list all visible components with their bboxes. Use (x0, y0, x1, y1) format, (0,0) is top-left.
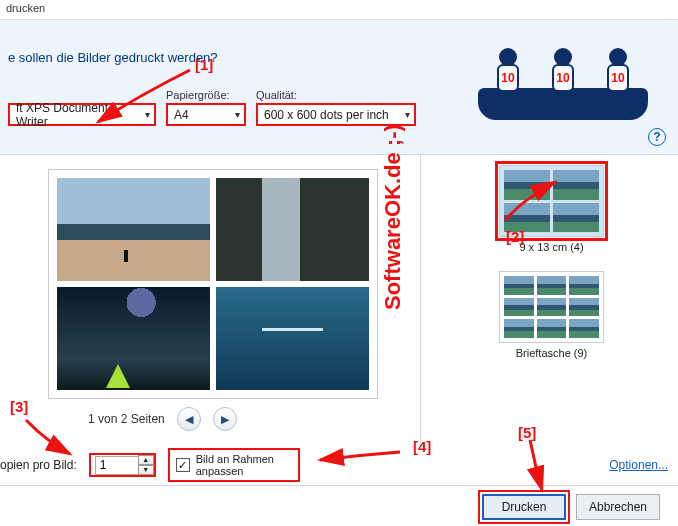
layouts-pane: 9 x 13 cm (4) Brieftasche (9) (420, 155, 678, 445)
preview-thumb (216, 178, 369, 281)
pager-text: 1 von 2 Seiten (88, 412, 165, 426)
copies-down-button[interactable]: ▼ (138, 465, 154, 475)
chevron-down-icon: ▾ (405, 109, 410, 120)
print-button[interactable]: Drucken (482, 494, 566, 520)
layout-label: 9 x 13 cm (4) (433, 241, 670, 253)
copies-label: opien pro Bild: (0, 458, 77, 472)
judges-graphic: 10 10 10 (478, 50, 648, 120)
quality-value: 600 x 600 dots per inch (264, 108, 389, 122)
printer-select-value: ft XPS Document Writer (16, 101, 139, 129)
prev-page-button[interactable]: ◀ (177, 407, 201, 431)
watermark: SoftwareOK.de ;-) (380, 124, 406, 310)
fit-frame-box: ✓ Bild an Rahmen anpassen (168, 448, 300, 482)
window-title: drucken (0, 0, 678, 20)
layout-label: Brieftasche (9) (433, 347, 670, 359)
copies-up-button[interactable]: ▲ (138, 455, 154, 465)
preview-thumb (57, 178, 210, 281)
paper-size-select[interactable]: A4 ▾ (166, 103, 246, 126)
bottom-row: opien pro Bild: ▲ ▼ ✓ Bild an Rahmen anp… (0, 445, 678, 485)
fit-frame-checkbox[interactable]: ✓ (176, 458, 190, 472)
layout-option-wallet[interactable]: Brieftasche (9) (433, 271, 670, 359)
paper-size-label: Papiergröße: (166, 89, 246, 101)
preview-pane: 1 von 2 Seiten ◀ ▶ (0, 155, 420, 445)
buttons-row: Drucken Abbrechen (0, 485, 678, 526)
main-area: 1 von 2 Seiten ◀ ▶ 9 x 13 cm (4) Briefta… (0, 155, 678, 445)
preview-thumb (216, 287, 369, 390)
printer-select[interactable]: ft XPS Document Writer ▾ (8, 103, 156, 126)
help-icon[interactable]: ? (648, 128, 666, 146)
fit-frame-label: Bild an Rahmen anpassen (196, 453, 274, 477)
preview-thumb (57, 287, 210, 390)
copies-box: ▲ ▼ (89, 453, 156, 477)
layout-option-9x13[interactable]: 9 x 13 cm (4) (433, 165, 670, 253)
judge-score: 10 (556, 71, 569, 85)
chevron-down-icon: ▾ (235, 109, 240, 120)
pager: 1 von 2 Seiten ◀ ▶ (88, 407, 414, 431)
header-area: e sollen die Bilder gedruckt werden? ft … (0, 20, 678, 155)
chevron-down-icon: ▾ (145, 109, 150, 120)
paper-size-value: A4 (174, 108, 189, 122)
quality-label: Qualität: (256, 89, 416, 101)
preview-page (48, 169, 378, 399)
judge-score: 10 (501, 71, 514, 85)
printer-group: ft XPS Document Writer ▾ (8, 103, 156, 126)
options-link[interactable]: Optionen... (609, 458, 668, 472)
cancel-button[interactable]: Abbrechen (576, 494, 660, 520)
quality-select[interactable]: 600 x 600 dots per inch ▾ (256, 103, 416, 126)
next-page-button[interactable]: ▶ (213, 407, 237, 431)
paper-size-group: Papiergröße: A4 ▾ (166, 89, 246, 126)
copies-input[interactable] (95, 456, 139, 475)
quality-group: Qualität: 600 x 600 dots per inch ▾ (256, 89, 416, 126)
judge-score: 10 (611, 71, 624, 85)
